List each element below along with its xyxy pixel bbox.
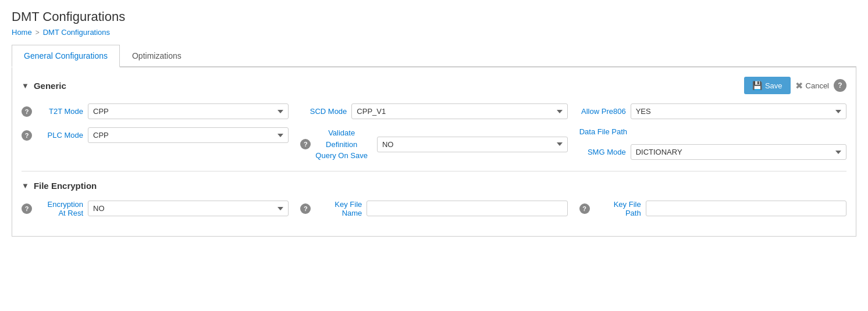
- smg-mode-field: SMG Mode DICTIONARY OTHER: [579, 144, 846, 160]
- encryption-select[interactable]: NO YES: [88, 201, 289, 216]
- save-icon: 💾: [752, 81, 762, 90]
- t2t-mode-select[interactable]: CPP OTHER: [88, 103, 289, 119]
- key-file-path-help-icon[interactable]: ?: [579, 203, 590, 214]
- key-file-name-input-wrapper: [367, 201, 567, 216]
- t2t-mode-select-wrapper: CPP OTHER: [88, 103, 289, 119]
- smg-mode-select[interactable]: DICTIONARY OTHER: [631, 144, 846, 160]
- toolbar: 💾 Save ✖ Cancel ?: [744, 77, 846, 94]
- smg-mode-select-wrapper: DICTIONARY OTHER: [631, 144, 846, 160]
- key-file-name-field: ? Key File Name: [300, 200, 567, 217]
- scd-mode-label: SCD Mode: [300, 107, 347, 116]
- allow-pre806-label: Allow Pre806: [579, 107, 626, 116]
- key-file-path-field: ? Key File Path: [579, 200, 846, 217]
- encryption-select-wrapper: NO YES: [88, 201, 289, 216]
- data-file-path-field: Data File Path: [579, 127, 846, 136]
- allow-pre806-field: Allow Pre806 YES NO: [579, 103, 846, 119]
- key-file-path-label-line2: Path: [595, 209, 641, 217]
- validate-select-wrapper: NO YES: [377, 137, 568, 152]
- breadcrumb-separator: >: [35, 28, 40, 37]
- t2t-mode-help-icon[interactable]: ?: [22, 106, 32, 117]
- validate-label-line1: Validate: [328, 127, 355, 139]
- section-encryption-header: ▼ File Encryption: [22, 181, 846, 191]
- generic-col3: Allow Pre806 YES NO Data File Path SMG M…: [579, 103, 846, 162]
- section-generic: ▼ Generic 💾 Save ✖ Cancel ?: [22, 77, 846, 162]
- cancel-icon: ✖: [795, 80, 803, 91]
- key-file-name-label-line2: Name: [315, 209, 362, 217]
- breadcrumb-current: DMT Configurations: [43, 28, 110, 37]
- validate-label-line2: Definition: [326, 139, 357, 151]
- allow-pre806-select[interactable]: YES NO: [631, 103, 846, 119]
- cancel-label: Cancel: [806, 81, 829, 90]
- encryption-help-icon[interactable]: ?: [22, 203, 32, 214]
- section-encryption-title: ▼ File Encryption: [22, 181, 97, 191]
- validate-label-line3: Query On Save: [315, 150, 368, 162]
- scd-mode-select[interactable]: CPP_V1 OTHER: [351, 103, 567, 119]
- allow-pre806-select-wrapper: YES NO: [631, 103, 846, 119]
- generic-col2: SCD Mode CPP_V1 OTHER ? Validate Definit…: [300, 103, 567, 162]
- generic-title-label: Generic: [34, 81, 66, 91]
- data-file-path-label: Data File Path: [579, 127, 627, 136]
- key-file-name-label-line1: Key File: [315, 200, 362, 209]
- breadcrumb-home[interactable]: Home: [12, 28, 32, 37]
- cancel-button[interactable]: ✖ Cancel: [795, 80, 829, 91]
- section-generic-title: ▼ Generic: [22, 81, 66, 91]
- encryption-title-label: File Encryption: [34, 181, 97, 191]
- key-file-path-input[interactable]: [646, 201, 846, 216]
- validate-label-group: Validate Definition Query On Save: [315, 127, 368, 162]
- plc-mode-select[interactable]: CPP OTHER: [88, 127, 289, 143]
- save-label: Save: [765, 81, 782, 90]
- panel-content: ▼ Generic 💾 Save ✖ Cancel ?: [12, 67, 856, 237]
- tab-optimizations[interactable]: Optimizations: [120, 45, 194, 66]
- t2t-mode-field: ? T2T Mode CPP OTHER: [22, 103, 289, 119]
- encryption-at-rest-field: ? Encryption At Rest NO YES: [22, 200, 289, 217]
- scd-mode-field: SCD Mode CPP_V1 OTHER: [300, 103, 567, 119]
- key-file-path-label-line1: Key File: [595, 200, 641, 209]
- t2t-mode-label: T2T Mode: [37, 107, 83, 116]
- encryption-label-line1: Encryption: [37, 200, 83, 209]
- page-title: DMT Configurations: [12, 9, 856, 24]
- plc-mode-help-icon[interactable]: ?: [22, 130, 32, 141]
- tab-general[interactable]: General Configurations: [12, 45, 120, 67]
- generic-col1: ? T2T Mode CPP OTHER ? PLC Mode: [22, 103, 289, 162]
- section-file-encryption: ▼ File Encryption ? Encryption At Rest N…: [22, 181, 846, 217]
- section-divider: [22, 171, 846, 171]
- validate-field: ? Validate Definition Query On Save NO Y…: [300, 127, 567, 162]
- plc-mode-label: PLC Mode: [37, 131, 83, 140]
- key-file-path-input-wrapper: [646, 201, 846, 216]
- encryption-label-line2: At Rest: [37, 209, 83, 217]
- key-file-name-input[interactable]: [367, 201, 567, 216]
- breadcrumb: Home > DMT Configurations: [12, 28, 856, 37]
- key-file-name-help-icon[interactable]: ?: [300, 203, 311, 214]
- validate-help-icon[interactable]: ?: [300, 139, 311, 149]
- validate-select[interactable]: NO YES: [377, 137, 568, 152]
- save-button[interactable]: 💾 Save: [744, 77, 791, 94]
- section-generic-header: ▼ Generic 💾 Save ✖ Cancel ?: [22, 77, 846, 94]
- generic-collapse-icon[interactable]: ▼: [22, 81, 29, 90]
- smg-mode-label: SMG Mode: [579, 148, 626, 156]
- tabs-container: General Configurations Optimizations: [12, 45, 856, 67]
- encryption-collapse-icon[interactable]: ▼: [22, 181, 29, 190]
- plc-mode-field: ? PLC Mode CPP OTHER: [22, 127, 289, 143]
- plc-mode-select-wrapper: CPP OTHER: [88, 127, 289, 143]
- scd-mode-select-wrapper: CPP_V1 OTHER: [351, 103, 567, 119]
- help-button[interactable]: ?: [834, 79, 846, 92]
